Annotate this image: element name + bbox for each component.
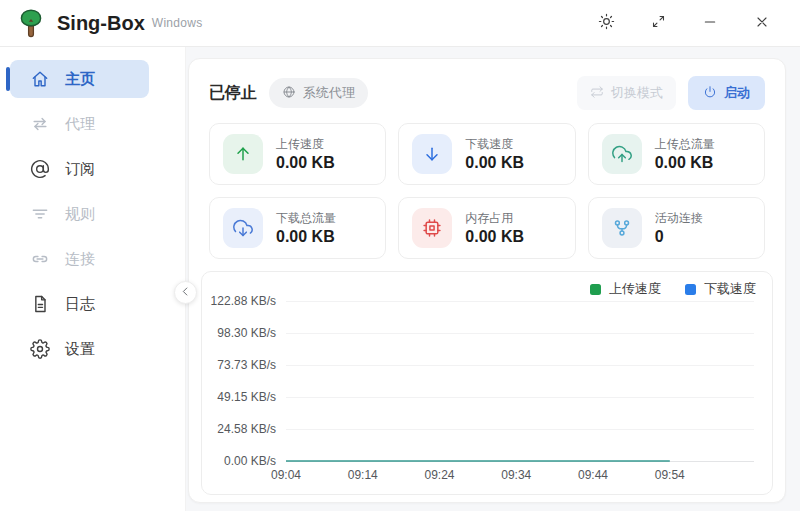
close-button[interactable] <box>736 0 788 46</box>
sidebar-item-proxy[interactable]: 代理 <box>10 105 149 143</box>
maximize-button[interactable] <box>632 0 684 46</box>
cloud-down-icon <box>223 208 263 248</box>
x-axis-tick: 09:04 <box>271 468 301 482</box>
stat-label: 内存占用 <box>465 211 524 225</box>
legend-label: 下载速度 <box>704 280 756 298</box>
link-icon <box>29 249 51 269</box>
panel-header: 已停止 系统代理 切换模式 启动 <box>189 59 785 123</box>
titlebar: Sing-Box Windows <box>0 0 800 47</box>
main-area: 已停止 系统代理 切换模式 启动 上传速度0.00 KB下载 <box>186 47 800 511</box>
globe-icon <box>282 85 296 102</box>
sidebar-item-label: 规则 <box>65 205 95 224</box>
stat-label: 活动连接 <box>655 211 703 225</box>
stats-grid: 上传速度0.00 KB下载速度0.00 KB上传总流量0.00 KB下载总流量0… <box>189 123 785 259</box>
y-axis-tick: 24.58 KB/s <box>217 422 276 436</box>
y-axis-tick: 49.15 KB/s <box>217 390 276 404</box>
close-icon <box>754 14 770 33</box>
window-controls <box>580 0 788 46</box>
stat-value: 0 <box>655 228 703 246</box>
sidebar-item-logs[interactable]: 日志 <box>10 285 149 323</box>
sidebar-item-label: 订阅 <box>65 160 95 179</box>
sidebar: 主页代理订阅规则连接日志设置 <box>0 47 186 511</box>
stat-value: 0.00 KB <box>276 154 335 172</box>
chart-legend: 上传速度下载速度 <box>216 280 758 298</box>
at-sign-icon <box>29 159 51 179</box>
cloud-up-icon <box>602 134 642 174</box>
x-axis-tick: 09:44 <box>578 468 608 482</box>
stat-label: 上传速度 <box>276 137 335 151</box>
repeat-icon <box>590 85 604 102</box>
traffic-chart-card: 上传速度下载速度 122.88 KB/s98.30 KB/s73.73 KB/s… <box>201 271 773 495</box>
stat-card-upload-total: 上传总流量0.00 KB <box>588 123 765 185</box>
x-axis-tick: 09:34 <box>501 468 531 482</box>
file-text-icon <box>29 294 51 314</box>
swap-icon <box>29 114 51 134</box>
system-proxy-badge[interactable]: 系统代理 <box>269 78 368 108</box>
x-axis-tick: 09:24 <box>424 468 454 482</box>
app-logo-tree-icon <box>14 7 47 40</box>
x-axis-tick: 09:54 <box>655 468 685 482</box>
hub-icon <box>602 208 642 248</box>
sun-icon <box>598 13 615 33</box>
filter-icon <box>29 204 51 224</box>
stat-card-memory: 内存占用0.00 KB <box>398 197 575 259</box>
status-text: 已停止 <box>209 83 257 104</box>
chart-plot-area: 122.88 KB/s98.30 KB/s73.73 KB/s49.15 KB/… <box>286 301 754 461</box>
system-proxy-label: 系统代理 <box>303 84 355 102</box>
start-label: 启动 <box>724 84 750 102</box>
sidebar-item-label: 代理 <box>65 115 95 134</box>
stat-card-download-speed: 下载速度0.00 KB <box>398 123 575 185</box>
legend-label: 上传速度 <box>609 280 661 298</box>
legend-item-upload[interactable]: 上传速度 <box>590 280 661 298</box>
stat-card-upload-speed: 上传速度0.00 KB <box>209 123 386 185</box>
switch-mode-label: 切换模式 <box>611 84 663 102</box>
arrow-down-icon <box>412 134 452 174</box>
main-panel: 已停止 系统代理 切换模式 启动 上传速度0.00 KB下载 <box>188 58 786 503</box>
sidebar-item-rules[interactable]: 规则 <box>10 195 149 233</box>
app-body: 主页代理订阅规则连接日志设置 已停止 系统代理 切换模式 <box>0 47 800 511</box>
gear-icon <box>29 339 51 359</box>
chart-series <box>286 301 754 461</box>
stat-label: 下载总流量 <box>276 211 336 225</box>
stat-label: 上传总流量 <box>655 137 715 151</box>
minimize-button[interactable] <box>684 0 736 46</box>
power-icon <box>703 85 717 102</box>
stat-card-download-total: 下载总流量0.00 KB <box>209 197 386 259</box>
x-axis-tick: 09:14 <box>348 468 378 482</box>
y-axis-tick: 0.00 KB/s <box>224 454 276 468</box>
chevron-left-icon <box>179 285 192 301</box>
switch-mode-button[interactable]: 切换模式 <box>577 76 676 110</box>
stat-value: 0.00 KB <box>465 154 524 172</box>
app-subtitle: Windows <box>152 16 203 30</box>
sidebar-item-connections[interactable]: 连接 <box>10 240 149 278</box>
stat-value: 0.00 KB <box>276 228 336 246</box>
sidebar-item-label: 设置 <box>65 340 95 359</box>
app-window: Sing-Box Windows 主页代理订阅规则连接日志设置 已停止 系统代理 <box>0 0 800 511</box>
app-title: Sing-Box <box>57 12 145 35</box>
sidebar-collapse-button[interactable] <box>174 281 197 304</box>
legend-item-download[interactable]: 下载速度 <box>685 280 756 298</box>
sidebar-item-subscription[interactable]: 订阅 <box>10 150 149 188</box>
sidebar-item-label: 连接 <box>65 250 95 269</box>
start-button[interactable]: 启动 <box>688 76 765 110</box>
theme-toggle-button[interactable] <box>580 0 632 46</box>
home-icon <box>29 69 51 89</box>
cpu-icon <box>412 208 452 248</box>
sidebar-item-label: 主页 <box>65 70 95 89</box>
stat-value: 0.00 KB <box>655 154 715 172</box>
stat-label: 下载速度 <box>465 137 524 151</box>
legend-swatch <box>590 284 601 295</box>
sidebar-item-home[interactable]: 主页 <box>10 60 149 98</box>
y-axis-tick: 98.30 KB/s <box>217 326 276 340</box>
y-axis-tick: 73.73 KB/s <box>217 358 276 372</box>
legend-swatch <box>685 284 696 295</box>
stat-value: 0.00 KB <box>465 228 524 246</box>
maximize-icon <box>651 14 666 32</box>
sidebar-item-settings[interactable]: 设置 <box>10 330 149 368</box>
minimize-icon <box>702 14 718 33</box>
stat-card-active-connections: 活动连接0 <box>588 197 765 259</box>
sidebar-item-label: 日志 <box>65 295 95 314</box>
y-axis-tick: 122.88 KB/s <box>211 294 276 308</box>
arrow-up-icon <box>223 134 263 174</box>
